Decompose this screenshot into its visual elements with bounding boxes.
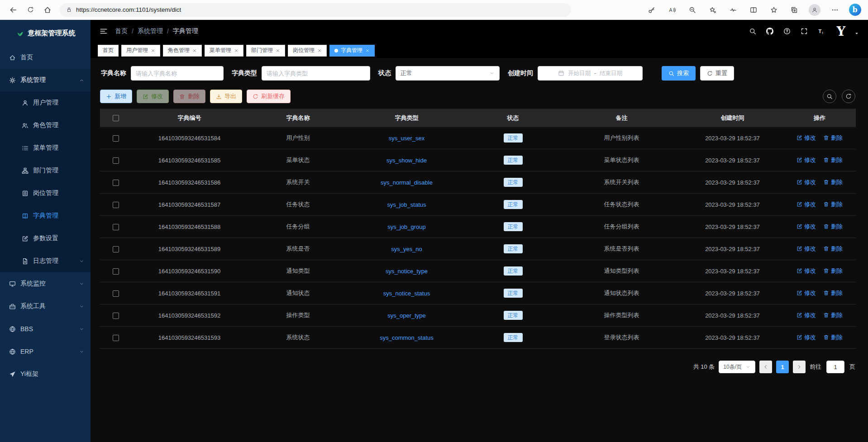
row-edit-button[interactable]: 修改 (796, 134, 816, 142)
collections-button[interactable] (787, 3, 801, 17)
add-button[interactable]: 新增 (100, 90, 132, 103)
row-checkbox[interactable] (113, 180, 119, 186)
star-button[interactable] (767, 3, 781, 17)
tab-home[interactable]: 首页 (98, 45, 119, 57)
browser-refresh-button[interactable] (23, 3, 38, 17)
tab-role[interactable]: 角色管理 (163, 45, 202, 57)
pulse-button[interactable] (726, 3, 740, 17)
edit-button[interactable]: 修改 (137, 90, 169, 103)
read-aloud-button[interactable]: A (665, 3, 679, 17)
tab-user[interactable]: 用户管理 (121, 45, 160, 57)
star-plus-button[interactable] (706, 3, 720, 17)
export-button[interactable]: 导出 (210, 90, 242, 103)
row-edit-button[interactable]: 修改 (796, 289, 816, 297)
search-button[interactable] (749, 28, 756, 35)
app-logo[interactable]: 意框架管理系统 (0, 20, 91, 46)
sidebar-item-menu[interactable]: 菜单管理 (0, 137, 91, 159)
dict-type-link[interactable]: sys_job_group (387, 223, 426, 230)
table-row[interactable]: 1641030593246531592操作类型sys_oper_type正常操作… (100, 304, 856, 327)
bing-icon[interactable]: b (849, 4, 861, 16)
row-checkbox[interactable] (113, 202, 119, 208)
refresh-cache-button[interactable]: 刷新缓存 (247, 90, 291, 103)
tab-dict[interactable]: 字典管理 (329, 45, 375, 57)
zoom-out-button[interactable] (686, 3, 699, 17)
goto-page-input[interactable] (826, 361, 844, 373)
sidebar-toggle-button[interactable] (100, 27, 108, 35)
dict-type-link[interactable]: sys_show_hide (386, 157, 427, 164)
row-delete-button[interactable]: 删除 (823, 178, 843, 186)
sidebar-item-user[interactable]: 用户管理 (0, 91, 91, 114)
row-delete-button[interactable]: 删除 (823, 267, 843, 275)
key-button[interactable] (645, 3, 658, 17)
table-row[interactable]: 1641030593246531589系统是否sys_yes_no正常系统是否列… (100, 238, 856, 260)
row-checkbox[interactable] (113, 135, 119, 142)
browser-back-button[interactable] (5, 3, 21, 17)
row-checkbox[interactable] (113, 290, 119, 297)
prev-page-button[interactable] (759, 361, 772, 373)
row-checkbox[interactable] (113, 313, 119, 319)
reset-button[interactable]: 重置 (700, 66, 734, 81)
row-delete-button[interactable]: 删除 (823, 245, 843, 253)
row-checkbox[interactable] (113, 246, 119, 252)
tab-close-icon[interactable] (276, 48, 280, 53)
row-edit-button[interactable]: 修改 (796, 333, 816, 342)
github-button[interactable] (766, 28, 773, 35)
row-edit-button[interactable]: 修改 (796, 200, 816, 209)
table-row[interactable]: 1641030593246531584用户性别sys_user_sex正常用户性… (100, 127, 856, 149)
sidebar-item-system[interactable]: 系统管理 (0, 69, 91, 91)
status-select[interactable]: 正常 (396, 66, 500, 81)
dict-type-link[interactable]: sys_common_status (380, 334, 434, 341)
sidebar-item-monitor[interactable]: 系统监控 (0, 272, 91, 295)
refresh-table-button[interactable] (842, 90, 855, 103)
row-delete-button[interactable]: 删除 (823, 134, 843, 142)
question-button[interactable] (783, 28, 791, 35)
sidebar-item-yi[interactable]: Yi框架 (0, 363, 91, 385)
row-delete-button[interactable]: 删除 (823, 333, 843, 342)
sidebar-item-dept[interactable]: 部门管理 (0, 159, 91, 182)
bing-chat-button[interactable]: b (847, 3, 863, 17)
sidebar-item-home[interactable]: 首页 (0, 46, 91, 69)
row-delete-button[interactable]: 删除 (823, 311, 843, 319)
dict-type-link[interactable]: sys_notice_status (383, 290, 430, 297)
tab-close-icon[interactable] (151, 48, 155, 53)
tab-post[interactable]: 岗位管理 (288, 45, 327, 57)
sidebar-item-erp[interactable]: ERP (0, 340, 91, 363)
dict-type-link[interactable]: sys_yes_no (391, 246, 422, 252)
date-range-picker[interactable]: 开始日期 - 结束日期 (538, 66, 643, 81)
search-button[interactable]: 搜索 (662, 66, 696, 81)
dict-type-link[interactable]: sys_notice_type (386, 268, 428, 275)
table-row[interactable]: 1641030593246531588任务分组sys_job_group正常任务… (100, 216, 856, 238)
row-edit-button[interactable]: 修改 (796, 245, 816, 253)
dict-name-input[interactable] (131, 66, 224, 81)
dots-button[interactable] (828, 3, 842, 17)
row-edit-button[interactable]: 修改 (796, 156, 816, 164)
row-delete-button[interactable]: 删除 (823, 223, 843, 231)
sidebar-item-post[interactable]: 岗位管理 (0, 182, 91, 204)
select-all-checkbox[interactable] (113, 115, 119, 121)
row-delete-button[interactable]: 删除 (823, 200, 843, 209)
row-delete-button[interactable]: 删除 (823, 156, 843, 164)
tab-close-icon[interactable] (192, 48, 197, 53)
next-page-button[interactable] (793, 361, 806, 373)
sidebar-item-config[interactable]: 参数设置 (0, 227, 91, 250)
header-logo[interactable]: Y (837, 25, 845, 38)
toggle-search-button[interactable] (823, 90, 836, 103)
table-row[interactable]: 1641030593246531587任务状态sys_job_status正常任… (100, 194, 856, 216)
sidebar-item-bbs[interactable]: BBS (0, 318, 91, 340)
row-checkbox[interactable] (113, 224, 119, 230)
split-screen-button[interactable] (747, 3, 760, 17)
row-delete-button[interactable]: 删除 (823, 289, 843, 297)
expand-button[interactable] (801, 28, 808, 35)
header-logo-caret-icon[interactable] (854, 31, 859, 36)
row-checkbox[interactable] (113, 268, 119, 275)
row-edit-button[interactable]: 修改 (796, 267, 816, 275)
table-row[interactable]: 1641030593246531593系统状态sys_common_status… (100, 327, 856, 349)
sidebar-item-role[interactable]: 角色管理 (0, 114, 91, 137)
profile-button[interactable] (808, 3, 821, 17)
breadcrumb-item[interactable]: 首页 (115, 27, 128, 35)
tab-close-icon[interactable] (365, 48, 370, 53)
address-bar[interactable]: https://ccnetcore.com:1101/system/dict (60, 3, 571, 17)
breadcrumb-item[interactable]: 系统管理 (138, 27, 163, 35)
row-edit-button[interactable]: 修改 (796, 178, 816, 186)
font-size-button[interactable]: Tt (818, 28, 825, 35)
